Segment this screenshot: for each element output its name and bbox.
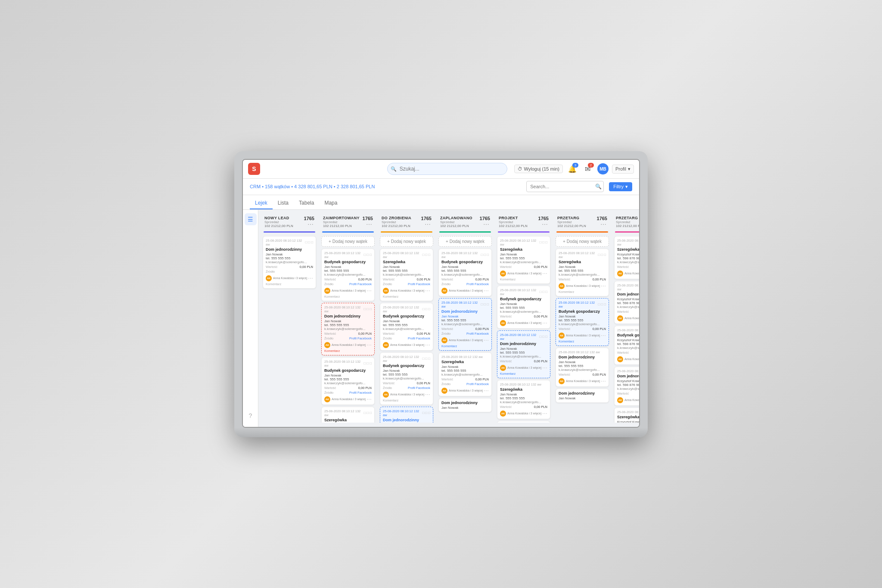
kanban-card[interactable]: 25-08-2020 08:10:12 132 aw Szeregówka Ja… [438,352,492,396]
card-more-button[interactable]: ⋯ [366,288,372,294]
kanban-card[interactable]: Dom jednorodzinny Jan Nowak [438,398,492,412]
nav-right-actions: ⏱ Wyloguj (15 min) 🔔 3 ✉ 2 MB Profil ▾ [514,163,634,175]
tab-lista[interactable]: Lista [273,197,294,209]
kanban-card[interactable]: 25-08-2020 08:10:12 132 aw □ □ □ Budynek… [438,249,492,296]
column-zaplanowano: ZAPLANOWANO Sprzedaż 102 21212,00 PLN 17… [438,214,493,423]
kanban-card[interactable]: 25-08-2020 08:10:12 132 aw □ □ □ Szeregó… [380,249,433,301]
tab-tabela[interactable]: Tabela [294,197,319,209]
card-more-button[interactable]: ⋯ [601,378,606,384]
kanban-card[interactable]: 25-08-2020 08:10:12 132 aw □ □ □ Dom jed… [380,407,433,423]
kanban-card[interactable]: 25-08-2020 08:10:12 132 aw □ □ □ Budynek… [321,249,375,301]
kanban-card[interactable]: 25-08-2020 08:10:12 132 aw □ □ □ Szeregó… [497,236,550,284]
card-more-button[interactable]: ⋯ [308,275,313,281]
kanban-card[interactable]: 25-08-2020 08:10:12 132 aw □ □ □ Szeregó… [321,407,375,423]
card-more-button[interactable]: ⋯ [601,283,606,289]
notifications-button[interactable]: 🔔 3 [566,163,578,175]
column-body: 25-08-2020 08:10:12 132 aw □ □ □ Szeregó… [613,236,639,423]
column-bar [439,231,491,233]
mail-button[interactable]: ✉ 2 [582,163,594,175]
column-header: PRZETARG Sprzedaż 102 21212,00 PLN 1765 … [613,214,639,230]
kanban-card[interactable]: 25-08-2020 08:10:12 132 aw Szeregówka Kr… [614,408,639,423]
global-search-input[interactable] [387,163,507,175]
kanban-card[interactable]: 25-08-2020 08:10:12 132 aw □ □ □ Dom jed… [321,303,375,355]
add-card-button[interactable]: + Dodaj nowy wątek [438,236,492,247]
filter-search-icon[interactable]: 🔍 [595,184,602,190]
kanban-card[interactable]: 25-08-2020 08:10:12 132 aw □ □ □ Budynek… [556,298,609,346]
card-more-button[interactable]: ⋯ [366,342,372,348]
mail-badge: 2 [588,163,594,168]
add-card-button[interactable]: + Dodaj nowy wątek [556,236,609,247]
tab-mapa[interactable]: Mapa [319,197,342,209]
kanban-card[interactable]: 25-08-2020 08:10:12 132 aw □ □ □ Dom jed… [438,298,492,351]
card-more-button[interactable]: ⋯ [484,288,489,294]
kanban-card[interactable]: 25-08-2020 08:10:12 132 aw □ □ □ Budynek… [380,352,433,405]
column-body: + Dodaj nowy wątek 25-08-2020 08:10:12 1… [379,236,434,423]
column-do-zrobienia: DO ZROBIENIA Sprzedaż 102 21212,00 PLN 1… [379,214,434,423]
card-more-button[interactable]: ⋯ [542,271,547,277]
column-more-button[interactable]: ⋯ [307,221,314,228]
filter-search[interactable]: 🔍 [526,181,604,192]
add-card-button[interactable]: + Dodaj nowy wątek [380,236,433,247]
card-more-button[interactable]: ⋯ [425,288,430,294]
kanban-card[interactable]: 25-08-2020 08:10:12 132 aw Szeregówka Ja… [497,380,550,419]
card-more-button[interactable]: ⋯ [484,388,489,394]
tab-lejek[interactable]: Lejek [250,197,273,209]
add-card-button[interactable]: + Dodaj nowy wątek [321,236,375,247]
column-header: DO ZROBIENIA Sprzedaż 102 21212,00 PLN 1… [379,214,434,230]
kanban-card[interactable]: 25-08-2020 08:10:12 132 aw Dom jednorodz… [614,367,639,406]
main-content: ☰ ? NOWY LEAD Sprzedaż 102 21212,00 PLN [243,210,639,427]
kanban-card[interactable]: 25-08-2020 08:10:12 132 aw □ □ □ Dom jed… [614,281,639,324]
column-bar [556,231,608,233]
file-icon: □ [311,240,313,244]
column-more-button[interactable]: ⋯ [482,221,490,228]
kanban-card[interactable]: 25-08-2020 08:10:12 132 aw Budynek gospo… [614,326,639,365]
app-logo: S [248,163,260,175]
column-header: PROJEKT Sprzedaż 102 21212,00 PLN 1765 ⋯ [496,214,551,230]
avatar: AK [266,275,272,281]
kanban-card[interactable]: 25-08-2020 08:10:12 132 aw □ □ □ Szeregó… [614,236,639,279]
column-przetarg-2: PRZETARG Sprzedaż 102 21212,00 PLN 1765 … [613,214,639,423]
kanban-card[interactable]: 25-08-2020 08:10:12 132 aw □ □ □ Budynek… [380,303,433,351]
kanban-card[interactable]: 25-08-2020 08:10:12 132 aw □ □ □ Budynek… [321,357,375,405]
kanban-card[interactable]: 25-08-2020 08:10:12 132 aw □ □ □ Dom jed… [497,330,550,378]
sidebar-item-menu[interactable]: ☰ [245,213,257,225]
card-more-button[interactable]: ⋯ [425,342,430,348]
card-more-button[interactable]: ⋯ [542,320,547,326]
filters-button[interactable]: Filtry ▾ [609,182,632,191]
column-more-button[interactable]: ⋯ [541,221,549,228]
card-more-button[interactable]: ⋯ [366,396,372,402]
sidebar-item-help[interactable]: ? [245,410,257,422]
logout-button[interactable]: ⏱ Wyloguj (15 min) [514,165,563,173]
card-more-button[interactable]: ⋯ [425,392,430,398]
column-bar [322,231,374,233]
main-toolbar: CRM • 158 wątków • 4 328 801,65 PLN • 2 … [243,179,639,195]
column-body: 25-08-2020 08:10:12 132 aw □ □ □ Dom jed… [262,236,317,423]
sidebar: ☰ ? [243,210,258,427]
notification-badge: 3 [572,163,578,168]
card-more-button[interactable]: ⋯ [601,333,606,339]
column-przetarg: PRZETARG Sprzedaż 102 21212,00 PLN 1765 … [555,214,610,423]
kanban-card[interactable]: 25-08-2020 08:10:12 132 aw □ □ □ Budynek… [497,286,550,329]
top-navigation: S 🔍 ⏱ Wyloguj (15 min) 🔔 3 [243,160,639,179]
global-search[interactable]: 🔍 [387,163,507,175]
kanban-card[interactable]: 25-08-2020 08:10:12 132 aw □ □ □ Szeregó… [556,249,609,296]
filter-search-input[interactable] [526,181,604,192]
calendar-icon: □ [305,240,307,244]
profile-menu-button[interactable]: Profil ▾ [612,165,634,174]
column-bar [264,231,315,233]
column-body: + Dodaj nowy wątek 25-08-2020 08:10:12 1… [438,236,493,423]
kanban-card[interactable]: Dom jednorodzinny Jan Nowak [556,389,609,403]
card-more-button[interactable]: ⋯ [484,337,489,343]
card-more-button[interactable]: ⋯ [542,411,547,417]
laptop-base [234,428,648,437]
column-more-button[interactable]: ⋯ [599,221,607,228]
card-more-button[interactable]: ⋯ [542,365,547,371]
kanban-card[interactable]: 25-08-2020 08:10:12 132 aw Dom jednorodz… [556,348,609,387]
column-more-button[interactable]: ⋯ [424,221,432,228]
chevron-down-icon: ▾ [625,184,628,190]
column-more-button[interactable]: ⋯ [365,221,373,228]
kanban-card[interactable]: Budynek gospodarczy Jan Nowak [497,421,550,423]
kanban-card[interactable]: 25-08-2020 08:10:12 132 aw □ □ □ Dom jed… [263,236,316,289]
profile-avatar[interactable]: MB [597,163,609,174]
column-projekt: PROJEKT Sprzedaż 102 21212,00 PLN 1765 ⋯ [496,214,551,423]
